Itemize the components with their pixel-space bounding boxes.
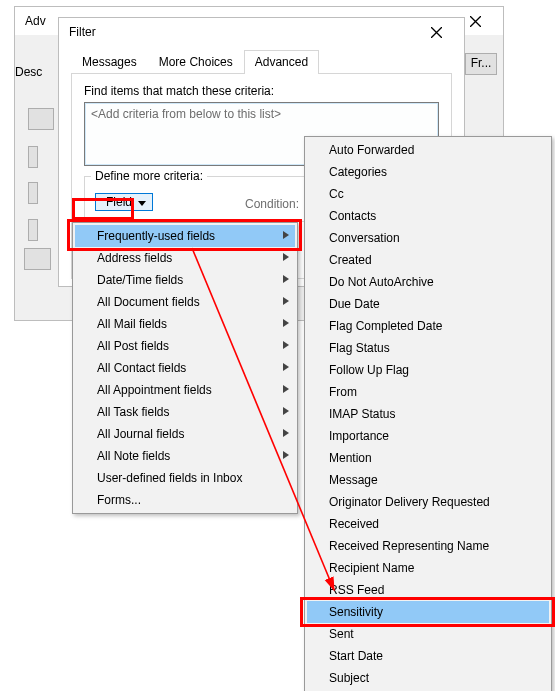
fields-menu-item[interactable]: User-defined fields in Inbox	[75, 467, 295, 489]
menu-item-label: Flag Completed Date	[329, 319, 442, 333]
caret-down-icon	[138, 195, 146, 209]
menu-item-label: Importance	[329, 429, 389, 443]
fields-menu-item[interactable]: Forms...	[75, 489, 295, 511]
hidden-button[interactable]	[24, 248, 51, 270]
values-menu-item[interactable]: From	[307, 381, 549, 403]
chevron-right-icon	[283, 341, 289, 351]
description-label: Desc	[15, 65, 42, 79]
filter-tabs: Messages More Choices Advanced	[71, 50, 452, 74]
menu-item-label: Do Not AutoArchive	[329, 275, 434, 289]
hidden-button[interactable]	[28, 108, 54, 130]
menu-item-label: Sent	[329, 627, 354, 641]
menu-item-label: Contacts	[329, 209, 376, 223]
values-menu-item[interactable]: Recipient Name	[307, 557, 549, 579]
chevron-right-icon	[283, 319, 289, 329]
values-menu-item[interactable]: Conversation	[307, 227, 549, 249]
fields-menu-item[interactable]: All Post fields	[75, 335, 295, 357]
menu-item-label: Conversation	[329, 231, 400, 245]
hidden-button[interactable]	[28, 219, 38, 241]
fields-menu-item[interactable]: All Contact fields	[75, 357, 295, 379]
menu-item-label: RSS Feed	[329, 583, 384, 597]
values-menu-item[interactable]: Sent	[307, 623, 549, 645]
values-menu-item[interactable]: Created	[307, 249, 549, 271]
values-menu-item[interactable]: Contacts	[307, 205, 549, 227]
values-menu-item[interactable]: Auto Forwarded	[307, 139, 549, 161]
criteria-label: Find items that match these criteria:	[84, 84, 439, 98]
menu-item-label: All Mail fields	[97, 317, 167, 331]
values-menu-item[interactable]: Start Date	[307, 645, 549, 667]
field-dropdown-label: Field	[106, 195, 132, 209]
values-menu-item[interactable]: Cc	[307, 183, 549, 205]
menu-item-label: Recipient Name	[329, 561, 414, 575]
menu-item-label: Due Date	[329, 297, 380, 311]
fields-menu-item[interactable]: Date/Time fields	[75, 269, 295, 291]
values-menu-item[interactable]: RSS Feed	[307, 579, 549, 601]
menu-item-label: All Post fields	[97, 339, 169, 353]
menu-item-label: IMAP Status	[329, 407, 395, 421]
tab-advanced[interactable]: Advanced	[244, 50, 319, 74]
fields-menu-item[interactable]: All Document fields	[75, 291, 295, 313]
menu-item-label: Start Date	[329, 649, 383, 663]
menu-item-label: All Journal fields	[97, 427, 184, 441]
chevron-right-icon	[283, 275, 289, 285]
chevron-right-icon	[283, 385, 289, 395]
menu-item-label: Date/Time fields	[97, 273, 183, 287]
values-submenu: Auto ForwardedCategoriesCcContactsConver…	[304, 136, 552, 691]
values-menu-item[interactable]: Do Not AutoArchive	[307, 271, 549, 293]
values-menu-item[interactable]: Importance	[307, 425, 549, 447]
filter-titlebar[interactable]: Filter	[59, 18, 464, 46]
menu-item-label: All Note fields	[97, 449, 170, 463]
browse-button[interactable]: Fr...	[465, 53, 497, 75]
hidden-button[interactable]	[28, 146, 38, 168]
menu-item-label: User-defined fields in Inbox	[97, 471, 242, 485]
chevron-right-icon	[283, 253, 289, 263]
values-menu-item[interactable]: Received	[307, 513, 549, 535]
values-menu-item[interactable]: Received Representing Name	[307, 535, 549, 557]
menu-item-label: Mention	[329, 451, 372, 465]
menu-item-label: All Document fields	[97, 295, 200, 309]
values-menu-item[interactable]: Categories	[307, 161, 549, 183]
close-icon[interactable]	[416, 18, 456, 46]
menu-item-label: Originator Delivery Requested	[329, 495, 490, 509]
menu-item-label: Follow Up Flag	[329, 363, 409, 377]
fields-menu-item[interactable]: Frequently-used fields	[75, 225, 295, 247]
fields-menu-item[interactable]: All Mail fields	[75, 313, 295, 335]
menu-item-label: All Task fields	[97, 405, 169, 419]
menu-item-label: Auto Forwarded	[329, 143, 414, 157]
menu-item-label: Message	[329, 473, 378, 487]
values-menu-item[interactable]: Flag Completed Date	[307, 315, 549, 337]
tab-messages[interactable]: Messages	[71, 50, 148, 74]
hidden-button[interactable]	[28, 182, 38, 204]
tab-more-choices[interactable]: More Choices	[148, 50, 244, 74]
values-menu-item[interactable]: IMAP Status	[307, 403, 549, 425]
field-dropdown[interactable]: Field	[95, 193, 153, 211]
values-menu-item[interactable]: Originator Delivery Requested	[307, 491, 549, 513]
values-menu-item[interactable]: Message	[307, 469, 549, 491]
menu-item-label: Cc	[329, 187, 344, 201]
values-menu-item[interactable]: Mention	[307, 447, 549, 469]
values-menu-item[interactable]: Follow Up Flag	[307, 359, 549, 381]
chevron-right-icon	[283, 451, 289, 461]
fields-menu: Frequently-used fieldsAddress fieldsDate…	[72, 222, 298, 514]
fields-menu-item[interactable]: Address fields	[75, 247, 295, 269]
menu-item-label: Sensitivity	[329, 605, 383, 619]
menu-item-label: All Appointment fields	[97, 383, 212, 397]
menu-item-label: Created	[329, 253, 372, 267]
criteria-placeholder: <Add criteria from below to this list>	[91, 107, 281, 121]
fields-menu-item[interactable]: All Journal fields	[75, 423, 295, 445]
menu-item-label: Categories	[329, 165, 387, 179]
values-menu-item[interactable]: Sensitivity	[307, 601, 549, 623]
menu-item-label: Frequently-used fields	[97, 229, 215, 243]
menu-item-label: Subject	[329, 671, 369, 685]
values-menu-item[interactable]: Flag Status	[307, 337, 549, 359]
values-menu-item[interactable]: Due Date	[307, 293, 549, 315]
fields-menu-item[interactable]: All Appointment fields	[75, 379, 295, 401]
chevron-right-icon	[283, 363, 289, 373]
values-menu-item[interactable]: Subject	[307, 667, 549, 689]
fields-menu-item[interactable]: All Task fields	[75, 401, 295, 423]
menu-item-label: Forms...	[97, 493, 141, 507]
fields-menu-item[interactable]: All Note fields	[75, 445, 295, 467]
chevron-right-icon	[283, 297, 289, 307]
menu-item-label: Received Representing Name	[329, 539, 489, 553]
menu-item-label: All Contact fields	[97, 361, 186, 375]
